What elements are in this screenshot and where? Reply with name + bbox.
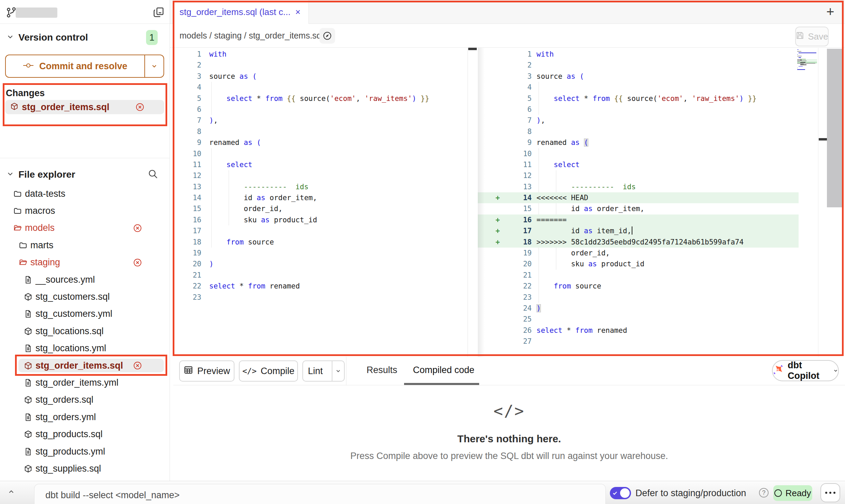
commit-and-resolve-button[interactable]: Commit and resolve: [5, 55, 164, 78]
dbt-logo-icon: [773, 364, 784, 377]
lint-dropdown-caret[interactable]: [332, 361, 344, 381]
code-line-11: 11 select: [478, 159, 818, 170]
file-item-macros[interactable]: macros: [0, 202, 170, 219]
code-line-13: 13 ---------- ids: [173, 181, 468, 192]
code-line-26: 26select * from renamed: [478, 325, 818, 336]
compiled-code-empty-state: </> There's nothing here. Press Compile …: [173, 385, 845, 481]
code-line-15: 15 order_id,: [173, 203, 468, 214]
command-placeholder: dbt build --select <model_name>: [45, 490, 180, 501]
code-line-22: 22 from source: [478, 281, 818, 292]
file-item-stg_products.yml[interactable]: stg_products.yml: [0, 443, 170, 460]
code-line-21: 21: [173, 270, 468, 281]
file-item-data-tests[interactable]: data-tests: [0, 185, 170, 202]
toolbar-divider: [346, 357, 346, 385]
code-line-24: 24): [478, 303, 818, 314]
new-tab-button[interactable]: +: [824, 5, 837, 18]
chevron-down-icon[interactable]: [7, 33, 14, 40]
scrollbar-track[interactable]: [827, 49, 842, 207]
file-explorer-section: File explorer: [7, 168, 163, 183]
file-item-__sources.yml[interactable]: __sources.yml: [0, 271, 170, 288]
changed-file-label: stg_order_items.sql: [22, 102, 110, 113]
commit-dropdown-caret[interactable]: [144, 55, 163, 77]
status-bar: dbt build --select <model_name> Defer to…: [0, 481, 845, 504]
code-icon: </>: [173, 402, 845, 420]
conflict-x-icon[interactable]: [135, 103, 144, 113]
active-tab-underline: [404, 383, 479, 385]
file-tree: data-testsmacrosmodelsmartsstaging__sour…: [0, 185, 170, 477]
conflict-x-icon[interactable]: [133, 361, 142, 372]
defer-toggle[interactable]: [610, 487, 631, 499]
conflict-x-icon[interactable]: [133, 224, 142, 235]
code-line-4: 4: [478, 82, 818, 93]
code-line-13: 13 ---------- ids: [478, 181, 818, 192]
git-branch-icon[interactable]: [5, 7, 17, 18]
code-line-7: 7),: [478, 115, 818, 126]
conflict-x-icon[interactable]: [133, 258, 142, 269]
file-item-stg_orders.yml[interactable]: stg_orders.yml: [0, 409, 170, 426]
file-item-staging[interactable]: staging: [0, 254, 170, 271]
commit-icon: [23, 61, 34, 72]
code-line-19: 19: [173, 248, 468, 258]
file-item-stg_order_items.yml[interactable]: stg_order_items.yml: [0, 374, 170, 391]
code-line-2: 2: [173, 60, 468, 71]
code-line-16: 16+=======: [478, 214, 818, 225]
close-icon[interactable]: ×: [295, 8, 300, 16]
editor-pane-left[interactable]: 1with23source as (45 select * from {{ so…: [173, 48, 468, 357]
code-lines-right: 1with23source as (45 select * from {{ so…: [478, 48, 818, 347]
file-item-stg_supplies.sql[interactable]: stg_supplies.sql: [0, 460, 170, 477]
code-line-17: 17: [173, 225, 468, 236]
tab-compiled-code[interactable]: Compiled code: [413, 365, 474, 375]
command-input[interactable]: dbt build --select <model_name>: [34, 484, 606, 504]
file-item-models[interactable]: models: [0, 220, 170, 237]
preview-button[interactable]: Preview: [179, 360, 234, 382]
chevron-up-icon[interactable]: [8, 488, 15, 497]
code-line-10: 10: [173, 148, 468, 159]
file-explorer-title: File explorer: [18, 169, 75, 180]
code-line-10: 10: [478, 148, 818, 159]
code-line-20: 20 sku as product_id: [478, 258, 818, 269]
copy-files-icon[interactable]: [153, 6, 165, 18]
file-item-stg_locations.sql[interactable]: stg_locations.sql: [0, 323, 170, 340]
file-item-stg_customers.yml[interactable]: stg_customers.yml: [0, 306, 170, 323]
left-scrollbar-thumb[interactable]: [468, 48, 477, 50]
help-icon[interactable]: ?: [759, 488, 769, 498]
code-line-1: 1with: [478, 49, 818, 60]
compass-icon[interactable]: [319, 28, 335, 44]
code-line-23: 23: [173, 292, 468, 303]
editor-toolbar: Preview </> Compile Lint Results Compile…: [173, 357, 845, 385]
compile-button[interactable]: </> Compile: [239, 360, 298, 382]
code-lines-left: 1with23source as (45 select * from {{ so…: [173, 48, 468, 303]
file-item-stg_orders.sql[interactable]: stg_orders.sql: [0, 391, 170, 409]
code-line-5: 5 select * from {{ source('ecom', 'raw_i…: [173, 93, 468, 104]
code-line-27: 27: [478, 336, 818, 347]
file-item-marts[interactable]: marts: [0, 237, 170, 254]
file-item-stg_order_items.sql[interactable]: stg_order_items.sql: [0, 357, 170, 374]
file-item-stg_locations.yml[interactable]: stg_locations.yml: [0, 340, 170, 357]
code-line-8: 8: [478, 126, 818, 137]
search-icon[interactable]: [147, 168, 158, 181]
file-item-stg_customers.sql[interactable]: stg_customers.sql: [0, 288, 170, 305]
branch-name-placeholder[interactable]: [16, 8, 57, 18]
editor-pane-right[interactable]: 1with23source as (45 select * from {{ so…: [478, 48, 818, 357]
right-scrollbar-thumb[interactable]: [819, 138, 827, 140]
dbt-copilot-button[interactable]: dbt Copilot: [772, 360, 839, 381]
more-options-button[interactable]: [820, 483, 840, 502]
code-line-16: 16 sku as product_id: [173, 214, 468, 225]
changed-file-item[interactable]: stg_order_items.sql: [5, 100, 164, 114]
save-button[interactable]: Save: [795, 27, 829, 46]
tab-stg-order-items[interactable]: stg_order_items.sql (last c... ×: [173, 0, 309, 24]
code-line-23: 23: [478, 292, 818, 303]
minimap[interactable]: [797, 49, 819, 71]
code-line-5: 5 select * from {{ source('ecom', 'raw_i…: [478, 93, 818, 104]
toggle-knob: [620, 488, 630, 498]
code-line-21: 21: [478, 270, 818, 281]
tab-results[interactable]: Results: [367, 365, 397, 375]
version-control-section: Version control 1: [7, 30, 163, 45]
code-line-17: 17+ id as item_id,: [478, 225, 818, 236]
cube-icon: [10, 102, 18, 112]
code-line-7: 7),: [173, 115, 468, 126]
file-item-stg_products.sql[interactable]: stg_products.sql: [0, 426, 170, 443]
lint-button[interactable]: Lint: [302, 360, 345, 382]
status-badge[interactable]: Ready: [773, 485, 812, 501]
chevron-down-icon[interactable]: [7, 171, 14, 177]
